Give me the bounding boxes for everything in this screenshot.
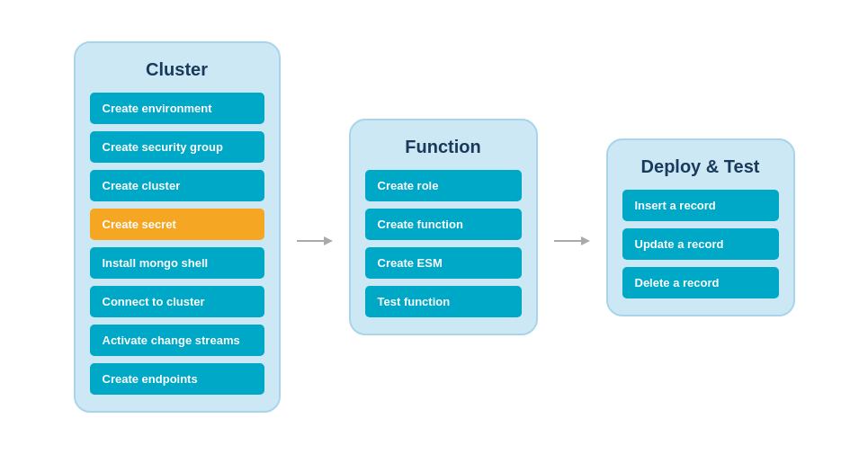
function-panel: Function Create role Create function Cre… [349, 119, 538, 335]
cluster-item-1[interactable]: Create security group [90, 131, 264, 163]
svg-marker-3 [581, 236, 590, 245]
cluster-panel-title: Cluster [146, 59, 208, 80]
deploy-items: Insert a record Update a record Delete a… [622, 190, 779, 298]
function-item-1[interactable]: Create function [365, 209, 522, 240]
cluster-items: Create environment Create security group… [90, 93, 264, 395]
cluster-item-4[interactable]: Install mongo shell [90, 247, 264, 279]
function-item-0[interactable]: Create role [365, 170, 522, 201]
function-item-2[interactable]: Create ESM [365, 247, 522, 279]
cluster-panel: Cluster Create environment Create securi… [74, 41, 281, 413]
deploy-item-0[interactable]: Insert a record [622, 190, 779, 221]
cluster-item-7[interactable]: Create endpoints [90, 363, 264, 395]
function-item-3[interactable]: Test function [365, 286, 522, 317]
function-panel-title: Function [405, 137, 480, 157]
cluster-item-3[interactable]: Create secret [90, 209, 264, 240]
svg-marker-1 [324, 236, 333, 245]
deploy-panel-title: Deploy & Test [641, 156, 760, 177]
arrow-2 [538, 227, 606, 254]
cluster-item-6[interactable]: Activate change streams [90, 325, 264, 356]
deploy-item-2[interactable]: Delete a record [622, 267, 779, 298]
arrow-1 [281, 227, 349, 254]
function-items: Create role Create function Create ESM T… [365, 170, 522, 317]
cluster-item-0[interactable]: Create environment [90, 93, 264, 124]
cluster-item-2[interactable]: Create cluster [90, 170, 264, 201]
deploy-item-1[interactable]: Update a record [622, 228, 779, 260]
cluster-item-5[interactable]: Connect to cluster [90, 286, 264, 317]
diagram: Cluster Create environment Create securi… [56, 23, 813, 431]
deploy-panel: Deploy & Test Insert a record Update a r… [606, 138, 795, 316]
